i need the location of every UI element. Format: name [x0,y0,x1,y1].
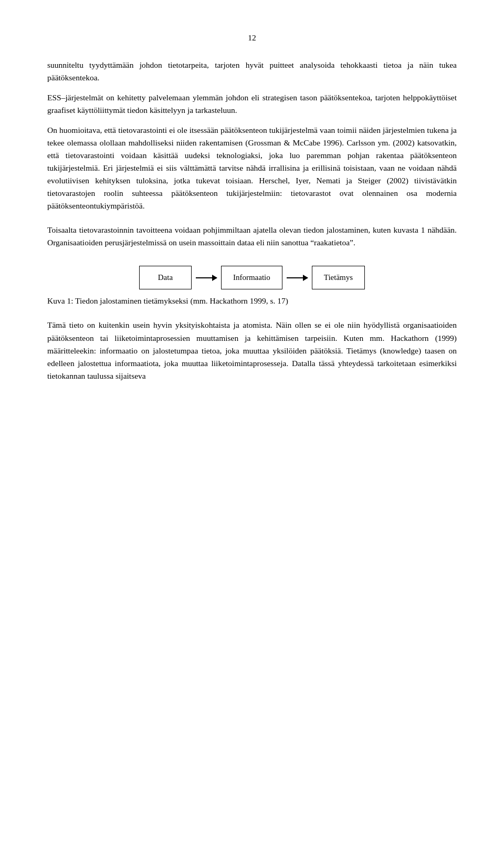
arrow-line-1 [196,277,217,278]
diagram-box-informaatio: Informaatio [221,266,282,289]
page-number: 12 [47,32,457,44]
paragraph-5: Tämä tieto on kuitenkin usein hyvin yksi… [47,319,457,382]
page: 12 suunniteltu tyydyttämään johdon tieto… [0,0,504,843]
diagram-arrow-1 [196,277,217,278]
paragraph-2: ESS–järjestelmät on kehitetty palvelemaa… [47,91,457,117]
diagram-box-data: Data [139,266,192,289]
diagram-arrow-2 [287,277,308,278]
diagram: Data Informaatio Tietämys [47,266,457,289]
page-number-text: 12 [248,33,256,42]
diagram-box-tietamys: Tietämys [312,266,365,289]
paragraph-4: Toisaalta tietovarastoinnin tavoitteena … [47,224,457,249]
arrow-line-2 [287,277,308,278]
paragraph-1: suunniteltu tyydyttämään johdon tietotar… [47,59,457,84]
diagram-caption: Kuva 1: Tiedon jalostaminen tietämykseks… [47,295,457,307]
paragraph-3: On huomioitava, että tietovarastointi ei… [47,124,457,212]
